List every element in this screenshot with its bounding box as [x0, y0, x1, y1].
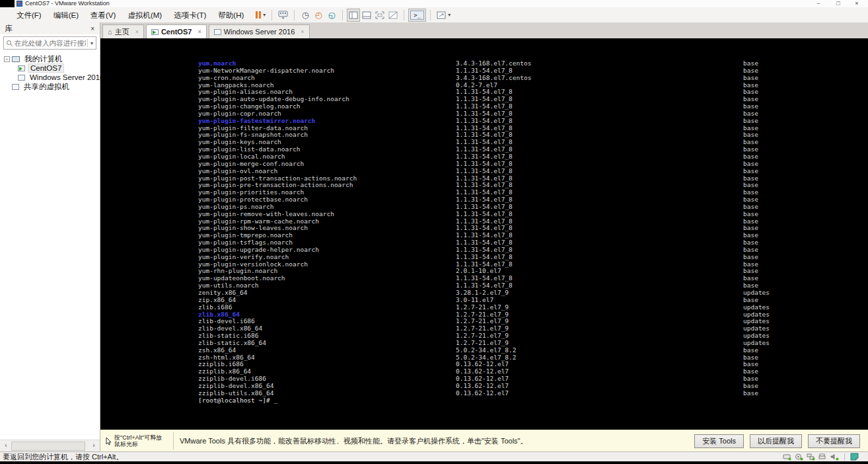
terminal-name: yum-plugin-ovl.noarch	[198, 168, 456, 175]
printer-icon[interactable]	[818, 453, 827, 461]
tab-home[interactable]: ⌂ 主页 ×	[102, 24, 144, 38]
vm-console-screen[interactable]: yum.noarch3.4.3-168.el7.centosbaseyum-Ne…	[100, 38, 868, 430]
network-adapter-icon[interactable]	[807, 453, 815, 461]
revert-snapshot-button[interactable]: ◴	[312, 9, 325, 22]
terminal-name: yum-plugin-verify.noarch	[198, 254, 456, 261]
library-tree: − 我的计算机 CentOS7 Windows Server 2016 共享的虚…	[0, 54, 100, 91]
release-cursor-hint: 按"Ctrl+Alt"可释放鼠标光标	[114, 434, 167, 447]
terminal-row: zlib.i6861.2.7-21.el7_9updates	[198, 304, 770, 311]
show-thumbnail-bar-button[interactable]	[360, 9, 373, 22]
terminal-row: yum-cron.noarch3.4.3-168.el7.centosbase	[198, 75, 770, 82]
tree-item-my-computer[interactable]: − 我的计算机	[0, 54, 100, 63]
toolbar-separator	[342, 10, 343, 20]
tree-item-label: 共享的虚拟机	[22, 82, 71, 92]
menu-vm[interactable]: 虚拟机(M)	[122, 8, 168, 22]
library-title: 库	[5, 24, 90, 34]
library-search-input[interactable]	[13, 39, 87, 47]
terminal-ver: 0.13.62-12.el7	[456, 390, 743, 397]
terminal-name: yum-cron.noarch	[198, 75, 456, 82]
library-close-icon[interactable]: ×	[90, 25, 94, 32]
terminal-name: yum-plugin-remove-with-leaves.noarch	[198, 211, 456, 218]
tab-close-icon[interactable]: ×	[198, 28, 201, 35]
install-tools-button[interactable]: 安装 Tools	[694, 434, 744, 448]
menu-view[interactable]: 查看(V)	[85, 8, 122, 22]
tab-windows-server-2016[interactable]: Windows Server 2016 ×	[209, 24, 310, 38]
hard-disk-icon[interactable]	[783, 453, 791, 461]
minimize-button[interactable]: −	[813, 0, 824, 7]
home-icon: ⌂	[108, 28, 112, 36]
menu-tabs[interactable]: 选项卡(T)	[168, 8, 212, 22]
scroll-right-icon[interactable]: ›	[89, 440, 99, 451]
tree-item-shared-vms[interactable]: 共享的虚拟机	[12, 82, 100, 91]
tab-bar: ⌂ 主页 × CentOS7 × Windows Server 2016 ×	[100, 22, 868, 38]
library-header: 库 ×	[0, 22, 100, 34]
chevron-down-icon[interactable]: ▾	[263, 12, 266, 18]
show-library-button[interactable]	[347, 9, 360, 22]
cd-rom-icon[interactable]	[795, 453, 803, 461]
toolbar-separator	[430, 10, 431, 20]
toolbar-separator	[271, 10, 272, 20]
status-message: 要返回到您的计算机，请按 Ctrl+Alt。	[0, 452, 783, 462]
tab-close-icon[interactable]: ×	[135, 28, 139, 35]
unity-mode-button[interactable]	[386, 9, 400, 22]
fit-guest-button[interactable]	[373, 9, 386, 22]
terminal-row: yum-plugin-remove-with-leaves.noarch1.1.…	[198, 211, 770, 218]
revert-clock-icon: ◴	[315, 11, 322, 19]
collapse-icon[interactable]: −	[4, 56, 10, 62]
computer-icon	[12, 56, 20, 62]
search-dropdown-icon[interactable]: ▾	[90, 40, 93, 46]
manage-snapshots-button[interactable]: ◵	[325, 9, 338, 22]
window-title: CentOS7 - VMware Workstation	[25, 0, 110, 7]
message-log-icon[interactable]	[850, 453, 859, 461]
mouse-cursor-icon	[106, 437, 112, 445]
terminal-row: zsh.x86_645.0.2-34.el7_8.2base	[198, 347, 770, 354]
tools-bar-divider	[173, 432, 174, 449]
terminal-ver: 1.1.31-54.el7_8	[456, 211, 743, 218]
snapshot-manager-icon: ◵	[328, 11, 336, 19]
tree-item-windows-server-2016[interactable]: Windows Server 2016	[18, 73, 100, 82]
vmware-logo-icon	[17, 1, 22, 7]
pause-vm-button[interactable]: ▾	[254, 9, 268, 22]
sound-icon[interactable]	[830, 453, 839, 461]
library-pane-icon	[349, 11, 358, 19]
scrollbar-thumb[interactable]	[11, 442, 85, 451]
tab-label: CentOS7	[161, 28, 192, 36]
console-view-button[interactable]: >_	[408, 9, 426, 22]
fullscreen-button[interactable]: ▾	[435, 9, 452, 22]
terminal-output: yum.noarch3.4.3-168.el7.centosbaseyum-Ne…	[198, 60, 770, 405]
vm-icon	[214, 29, 221, 35]
vmware-tools-message: VMware Tools 具有很多功能，能改善鼠标移动性、视频和性能。请登录客户…	[180, 436, 689, 446]
menu-edit[interactable]: 编辑(E)	[48, 8, 85, 22]
terminal-ver: 1.2.7-21.el7_9	[456, 304, 743, 311]
search-icon	[6, 40, 13, 47]
tab-centos7[interactable]: CentOS7 ×	[146, 24, 207, 38]
desktop-corner	[0, 0, 15, 7]
menu-file[interactable]: 文件(F)	[11, 8, 48, 22]
search-divider	[87, 39, 88, 47]
tab-label: 主页	[115, 27, 129, 37]
tab-close-icon[interactable]: ×	[301, 28, 304, 35]
menu-help[interactable]: 帮助(H)	[212, 8, 250, 22]
terminal-name: zip.x86_64	[198, 297, 456, 304]
take-snapshot-button[interactable]: ◷	[299, 9, 312, 22]
terminal-row: yum-plugin-fastestmirror.noarch1.1.31-54…	[198, 118, 770, 125]
library-search-box[interactable]: ▾	[3, 36, 96, 50]
remind-me-later-button[interactable]: 以后提醒我	[750, 434, 802, 448]
vm-running-icon	[18, 65, 25, 71]
close-button[interactable]: ×	[851, 0, 863, 7]
terminal-repo: base	[743, 168, 758, 175]
library-horizontal-scrollbar[interactable]: ‹ ›	[0, 440, 100, 451]
console-view-icon: >_	[410, 11, 424, 20]
shared-vm-icon	[12, 84, 19, 90]
maximize-button[interactable]: □	[832, 0, 844, 7]
tree-item-centos7[interactable]: CentOS7	[18, 63, 100, 73]
chevron-down-icon[interactable]: ▾	[448, 12, 451, 18]
terminal-row: yum-plugin-verify.noarch1.1.31-54.el7_8b…	[198, 254, 770, 261]
scroll-left-icon[interactable]: ‹	[1, 440, 11, 451]
terminal-name: zlib.i686	[198, 304, 456, 311]
terminal-name: yum-plugin-fastestmirror.noarch	[198, 118, 456, 125]
send-ctrl-alt-del-button[interactable]	[276, 9, 290, 22]
pause-icon	[256, 11, 261, 19]
never-remind-button[interactable]: 不要提醒我	[808, 434, 860, 448]
terminal-ver: 1.1.31-54.el7_8	[456, 254, 743, 261]
